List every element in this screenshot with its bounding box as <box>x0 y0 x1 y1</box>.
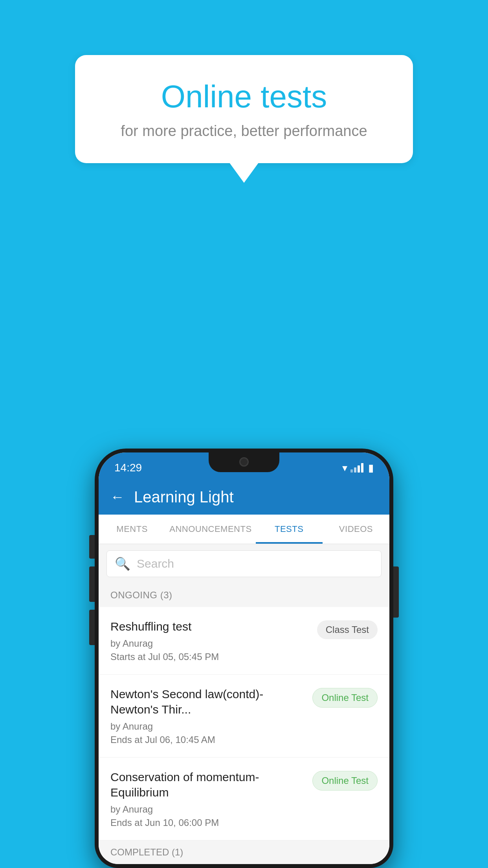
test-item-2[interactable]: Newton's Second law(contd)-Newton's Thir… <box>99 675 389 758</box>
test-time-2: Ends at Jul 06, 10:45 AM <box>110 734 305 745</box>
app-header: ← Learning Light <box>99 479 389 515</box>
test-time-3: Ends at Jun 10, 06:00 PM <box>110 817 305 828</box>
search-bar[interactable]: 🔍 Search <box>106 550 382 577</box>
signal-icon <box>350 463 363 473</box>
phone-wrapper: 14:29 ▾ ▮ ← Learn <box>95 449 393 868</box>
test-info-2: Newton's Second law(contd)-Newton's Thir… <box>110 686 312 745</box>
test-info-3: Conservation of momentum-Equilibrium by … <box>110 769 312 828</box>
side-button-right <box>393 566 399 618</box>
tabs-container: MENTS ANNOUNCEMENTS TESTS VIDEOS <box>99 515 389 544</box>
bubble-subtitle: for more practice, better performance <box>103 123 385 140</box>
speech-bubble-container: Online tests for more practice, better p… <box>75 55 413 163</box>
phone-notch <box>209 452 279 472</box>
test-item-3[interactable]: Conservation of momentum-Equilibrium by … <box>99 758 389 840</box>
test-name-3: Conservation of momentum-Equilibrium <box>110 769 305 800</box>
wifi-icon: ▾ <box>342 462 347 474</box>
phone-screen: 14:29 ▾ ▮ ← Learn <box>99 452 389 864</box>
completed-section-header: COMPLETED (1) <box>99 840 389 864</box>
test-badge-1: Class Test <box>317 620 378 639</box>
tab-tests[interactable]: TESTS <box>256 515 323 544</box>
tab-ments[interactable]: MENTS <box>99 515 165 544</box>
camera <box>239 457 249 467</box>
test-author-2: by Anurag <box>110 721 305 732</box>
test-name-1: Reshuffling test <box>110 619 309 634</box>
side-button-3 <box>89 610 95 645</box>
app-title: Learning Light <box>134 488 234 506</box>
test-info-1: Reshuffling test by Anurag Starts at Jul… <box>110 619 317 662</box>
test-author-1: by Anurag <box>110 638 309 649</box>
search-container: 🔍 Search <box>99 544 389 583</box>
search-input[interactable]: Search <box>137 557 174 570</box>
side-button-2 <box>89 566 95 602</box>
test-name-2: Newton's Second law(contd)-Newton's Thir… <box>110 686 305 717</box>
ongoing-section-header: ONGOING (3) <box>99 583 389 607</box>
test-item-1[interactable]: Reshuffling test by Anurag Starts at Jul… <box>99 607 389 675</box>
speech-bubble: Online tests for more practice, better p… <box>75 55 413 163</box>
test-badge-3: Online Test <box>312 771 378 791</box>
tab-videos[interactable]: VIDEOS <box>323 515 389 544</box>
phone-outer: 14:29 ▾ ▮ ← Learn <box>95 449 393 868</box>
search-icon: 🔍 <box>115 556 130 571</box>
test-time-1: Starts at Jul 05, 05:45 PM <box>110 651 309 662</box>
test-badge-2: Online Test <box>312 688 378 708</box>
status-icons: ▾ ▮ <box>342 462 374 474</box>
battery-icon: ▮ <box>368 462 374 474</box>
test-author-3: by Anurag <box>110 804 305 815</box>
tab-announcements[interactable]: ANNOUNCEMENTS <box>165 515 255 544</box>
bubble-title: Online tests <box>103 79 385 115</box>
test-list: Reshuffling test by Anurag Starts at Jul… <box>99 607 389 840</box>
status-time: 14:29 <box>114 462 142 474</box>
side-button-1 <box>89 535 95 559</box>
back-button[interactable]: ← <box>110 489 125 505</box>
